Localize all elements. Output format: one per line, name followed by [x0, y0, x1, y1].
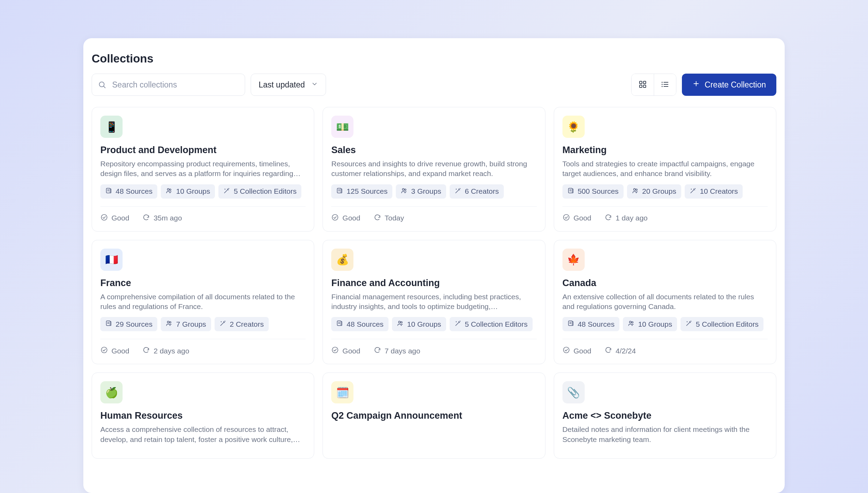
updated-group: 35m ago: [142, 214, 182, 223]
check-circle-icon: [331, 346, 339, 356]
collection-chip: 10 Groups: [161, 184, 215, 199]
collection-card[interactable]: 🍁CanadaAn extensive collection of all do…: [554, 240, 776, 365]
collection-chips: 125 Sources3 Groups6 Creators: [331, 184, 536, 199]
updated-group: 1 day ago: [604, 214, 648, 223]
chip-label: 10 Groups: [176, 187, 210, 195]
status-label: Good: [574, 214, 591, 222]
groups-icon: [401, 187, 408, 196]
refresh-icon: [374, 346, 381, 356]
wand-icon: [454, 187, 461, 196]
collection-chip: 5 Collection Editors: [681, 317, 763, 331]
collection-card[interactable]: 📎Acme <> SconebyteDetailed notes and inf…: [554, 373, 776, 459]
status-group: Good: [100, 346, 129, 356]
groups-icon: [628, 320, 635, 328]
search-wrap: [92, 74, 245, 96]
collection-card[interactable]: 🇫🇷FranceA comprehensive compilation of a…: [92, 240, 314, 365]
groups-icon: [397, 320, 404, 328]
wand-icon: [685, 320, 692, 328]
collection-chip: 2 Creators: [215, 317, 269, 331]
view-list-button[interactable]: [654, 74, 676, 95]
collection-chip: 5 Collection Editors: [450, 317, 533, 331]
status-group: Good: [100, 214, 129, 223]
collection-emoji-icon: 📱: [100, 116, 123, 138]
collection-chip: 48 Sources: [100, 184, 157, 199]
collection-footer: Good2 days ago: [100, 339, 306, 356]
collection-description: Repository encompassing product requirem…: [100, 159, 306, 179]
updated-group: Today: [374, 214, 404, 223]
collection-emoji-icon: 💰: [331, 249, 353, 271]
collection-chip: 125 Sources: [331, 184, 392, 199]
collection-card[interactable]: 💰Finance and AccountingFinancial managem…: [323, 240, 545, 365]
collection-description: Tools and strategies to create impactful…: [562, 159, 768, 179]
sources-icon: [336, 320, 343, 328]
collection-chip: 48 Sources: [562, 317, 619, 331]
create-label: Create Collection: [705, 80, 766, 90]
collection-chip: 7 Groups: [161, 317, 211, 331]
plus-icon: [692, 80, 700, 90]
groups-icon: [166, 320, 173, 328]
collection-chip: 6 Creators: [450, 184, 504, 199]
chip-label: 6 Creators: [465, 187, 499, 195]
collection-title: Product and Development: [100, 145, 306, 156]
updated-label: Today: [385, 214, 404, 222]
status-label: Good: [574, 347, 591, 355]
collection-emoji-icon: 💵: [331, 116, 353, 138]
status-label: Good: [342, 214, 360, 222]
chevron-down-icon: [311, 80, 318, 90]
collection-title: France: [100, 278, 306, 289]
collection-chips: 500 Sources20 Groups10 Creators: [562, 184, 768, 199]
chip-label: 3 Groups: [411, 187, 441, 195]
collection-emoji-icon: 🇫🇷: [100, 249, 123, 271]
sort-button[interactable]: Last updated: [251, 74, 326, 96]
refresh-icon: [374, 214, 381, 223]
collection-card[interactable]: 🗓️Q2 Campaign Announcement: [323, 373, 545, 459]
collection-description: Financial management resources, includin…: [331, 292, 536, 312]
collections-grid: 📱Product and DevelopmentRepository encom…: [92, 107, 776, 459]
collection-chips: 48 Sources10 Groups5 Collection Editors: [100, 184, 306, 199]
check-circle-icon: [100, 346, 108, 356]
toolbar: Last updated Create Collection: [92, 74, 776, 96]
chip-label: 48 Sources: [578, 320, 615, 328]
status-group: Good: [562, 214, 591, 223]
sources-icon: [105, 320, 112, 328]
chip-label: 125 Sources: [347, 187, 387, 195]
sources-icon: [567, 320, 574, 328]
sort-label: Last updated: [259, 80, 305, 90]
updated-group: 2 days ago: [142, 346, 189, 356]
collection-description: An extensive collection of all documents…: [562, 292, 768, 312]
collection-title: Finance and Accounting: [331, 278, 536, 289]
chip-label: 5 Collection Editors: [234, 187, 297, 195]
collection-footer: Good35m ago: [100, 206, 306, 223]
collection-chip: 10 Groups: [392, 317, 446, 331]
grid-icon: [639, 80, 647, 90]
collection-title: Human Resources: [100, 410, 306, 421]
view-grid-button[interactable]: [632, 74, 654, 95]
chip-label: 10 Groups: [638, 320, 672, 328]
updated-label: 35m ago: [153, 214, 182, 222]
collection-chips: 29 Sources7 Groups2 Creators: [100, 317, 306, 331]
collection-card[interactable]: 🍏Human ResourcesAccess a comprehensive c…: [92, 373, 314, 459]
collection-footer: Good1 day ago: [562, 206, 768, 223]
status-group: Good: [331, 346, 360, 356]
search-icon: [98, 81, 106, 89]
collection-chip: 29 Sources: [100, 317, 157, 331]
status-group: Good: [562, 346, 591, 356]
collection-chip: 10 Groups: [623, 317, 677, 331]
check-circle-icon: [562, 214, 570, 223]
collection-footer: GoodToday: [331, 206, 536, 223]
create-collection-button[interactable]: Create Collection: [682, 74, 776, 96]
wand-icon: [219, 320, 226, 328]
wand-icon: [690, 187, 696, 196]
refresh-icon: [142, 346, 150, 356]
collection-emoji-icon: 🗓️: [331, 381, 353, 403]
chip-label: 5 Collection Editors: [465, 320, 528, 328]
collection-card[interactable]: 📱Product and DevelopmentRepository encom…: [92, 107, 314, 232]
sources-icon: [567, 187, 574, 196]
collection-card[interactable]: 🌻MarketingTools and strategies to create…: [554, 107, 776, 232]
search-input[interactable]: [92, 74, 245, 96]
chip-label: 2 Creators: [230, 320, 264, 328]
collection-card[interactable]: 💵SalesResources and insights to drive re…: [323, 107, 545, 232]
sources-icon: [105, 187, 112, 196]
collection-chip: 20 Groups: [627, 184, 681, 199]
collection-title: Marketing: [562, 145, 768, 156]
